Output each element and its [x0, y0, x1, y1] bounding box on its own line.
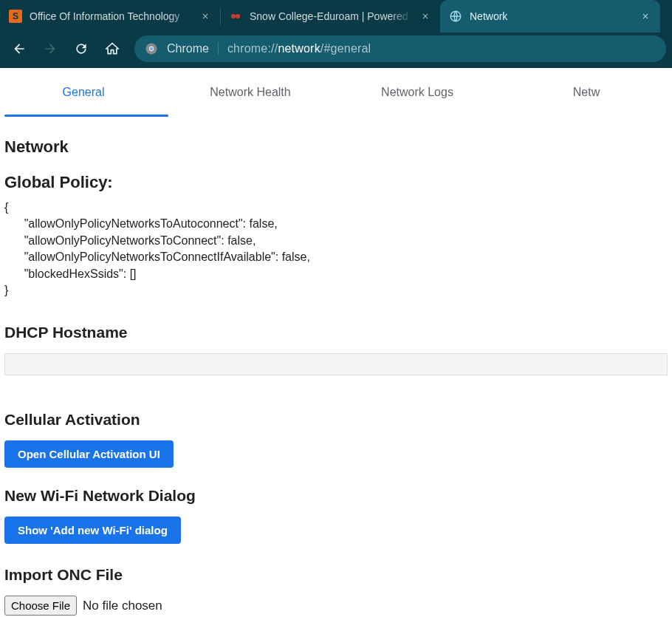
tab-title: Network: [470, 10, 632, 22]
subtab-label: Network Logs: [381, 86, 453, 99]
heading-import-onc: Import ONC File: [4, 566, 668, 584]
red-link-icon: [229, 10, 242, 23]
tab-eduroam[interactable]: Snow College-Eduroam | Powered: [220, 0, 440, 33]
home-button[interactable]: [99, 35, 126, 62]
forward-button: [37, 35, 64, 62]
page-content: General Network Health Network Logs Netw…: [0, 68, 672, 617]
heading-wifi-dialog: New Wi-Fi Network Dialog: [4, 487, 668, 505]
close-icon[interactable]: [640, 10, 651, 22]
tab-title: Office Of Information Technology: [30, 10, 192, 22]
subtab-general[interactable]: General: [0, 68, 167, 117]
svg-point-0: [231, 14, 236, 18]
heading-network: Network: [4, 137, 668, 157]
chrome-icon: [145, 42, 158, 55]
browser-chrome: S Office Of Information Technology Snow …: [0, 0, 672, 68]
toolbar: Chrome chrome://network/#general: [0, 33, 672, 68]
file-chooser: Choose File No file chosen: [4, 596, 668, 616]
active-indicator: [4, 115, 168, 117]
close-icon[interactable]: [199, 10, 211, 22]
reload-button[interactable]: [68, 35, 95, 62]
subtab-network-more[interactable]: Netw: [501, 68, 672, 117]
tab-network[interactable]: Network: [440, 0, 660, 33]
global-policy-code: { "allowOnlyPolicyNetworksToAutoconnect"…: [4, 200, 668, 299]
omnibox-chip: Chrome: [167, 42, 209, 55]
add-wifi-button[interactable]: Show 'Add new Wi-Fi' dialog: [4, 517, 181, 544]
heading-dhcp-hostname: DHCP Hostname: [4, 324, 668, 341]
heading-cellular: Cellular Activation: [4, 411, 668, 429]
omnibox-url: chrome://network/#general: [227, 42, 371, 55]
snow-s-icon: S: [9, 10, 22, 23]
omnibox-separator: [218, 42, 219, 55]
tab-office-it[interactable]: S Office Of Information Technology: [0, 0, 220, 33]
close-icon[interactable]: [419, 10, 431, 22]
file-chooser-status: No file chosen: [83, 599, 162, 613]
subtab-label: Network Health: [210, 86, 290, 99]
subtab-label: General: [63, 86, 105, 99]
subtab-strip: General Network Health Network Logs Netw: [0, 68, 672, 117]
svg-point-5: [150, 47, 154, 51]
subtab-network-health[interactable]: Network Health: [167, 68, 334, 117]
subtab-network-logs[interactable]: Network Logs: [334, 68, 501, 117]
globe-icon: [449, 10, 462, 23]
dhcp-hostname-input[interactable]: [4, 353, 668, 375]
page-main: Network Global Policy: { "allowOnlyPolic…: [0, 117, 672, 617]
open-cellular-button[interactable]: Open Cellular Activation UI: [4, 440, 174, 468]
svg-point-1: [236, 14, 240, 18]
omnibox[interactable]: Chrome chrome://network/#general: [134, 35, 666, 62]
heading-global-policy: Global Policy:: [4, 173, 668, 192]
subtab-label: Netw: [573, 86, 600, 99]
back-button[interactable]: [6, 35, 32, 62]
tab-strip: S Office Of Information Technology Snow …: [0, 0, 672, 33]
choose-file-button[interactable]: Choose File: [4, 596, 77, 616]
tab-title: Snow College-Eduroam | Powered: [250, 10, 412, 22]
